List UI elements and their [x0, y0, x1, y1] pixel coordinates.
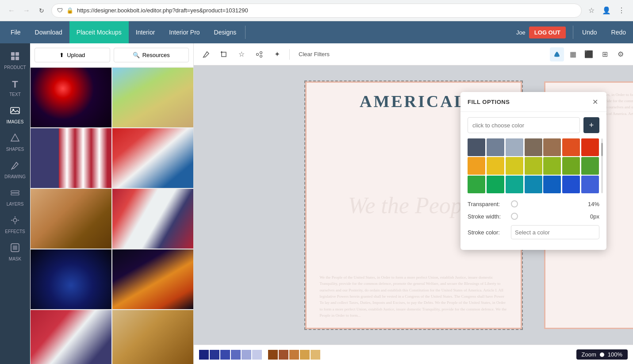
resources-icon: 🔍 — [133, 52, 140, 58]
color-strip-item[interactable] — [279, 350, 288, 360]
list-item[interactable] — [112, 67, 193, 128]
back-button[interactable]: ← — [5, 4, 18, 17]
color-swatch[interactable] — [581, 176, 599, 193]
stroke-width-radio[interactable] — [511, 213, 518, 220]
color-strip-item[interactable] — [300, 350, 310, 360]
color-strip-item[interactable] — [289, 350, 299, 360]
resources-button[interactable]: 🔍 Resources — [114, 48, 189, 62]
color-swatch[interactable] — [525, 157, 542, 175]
sidebar-item-effects[interactable]: EFFECTS — [0, 211, 30, 238]
text-icon: T — [12, 79, 18, 90]
color-swatch[interactable] — [506, 176, 523, 193]
color-swatch[interactable] — [487, 138, 504, 156]
canvas-bottom: Zoom 100% — [194, 345, 633, 364]
header-file[interactable]: File — [4, 21, 28, 43]
sidebar-item-shapes[interactable]: SHAPES — [0, 129, 30, 156]
list-item[interactable] — [30, 67, 112, 128]
color-swatch[interactable] — [487, 157, 504, 175]
list-item[interactable] — [112, 128, 193, 188]
fill-options-close[interactable]: ✕ — [591, 97, 599, 106]
sidebar-drawing-label: DRAWING — [4, 174, 26, 179]
header-placeit[interactable]: Placeit Mockups — [69, 21, 129, 43]
image-panel-inner — [30, 67, 193, 364]
transparent-radio[interactable] — [511, 200, 518, 207]
layout-tool[interactable]: ⊞ — [598, 47, 612, 61]
header-designs[interactable]: Designs — [207, 21, 244, 43]
list-item[interactable] — [30, 310, 112, 364]
sidebar-item-drawing[interactable]: DRAWING — [0, 156, 30, 184]
header-undo[interactable]: Undo — [575, 21, 604, 43]
color-swatch[interactable] — [562, 157, 580, 175]
stroke-color-input[interactable] — [511, 225, 599, 239]
sidebar-item-layers[interactable]: LAYERS — [0, 184, 30, 211]
color-strip-item[interactable] — [210, 350, 219, 360]
color-swatch[interactable] — [562, 138, 580, 156]
zoom-dot[interactable] — [600, 353, 604, 357]
swatch-scrollbar[interactable] — [601, 138, 603, 193]
svg-rect-3 — [15, 57, 19, 60]
sidebar: PRODUCT T TEXT IMAGES SHAPES — [0, 43, 30, 364]
copy-tool[interactable]: ⬛ — [582, 47, 596, 61]
color-swatch[interactable] — [468, 157, 485, 175]
settings-tool[interactable]: ⚙ — [614, 47, 628, 61]
header-redo[interactable]: Redo — [604, 21, 633, 43]
color-swatch[interactable] — [468, 176, 485, 193]
color-strip-item[interactable] — [220, 350, 230, 360]
list-item[interactable] — [112, 310, 193, 364]
clear-filters-button[interactable]: Clear Filters — [295, 49, 333, 59]
bookmark-button[interactable]: ☆ — [585, 4, 598, 17]
color-swatch[interactable] — [525, 176, 542, 193]
canvas-content[interactable]: AMERICAl We the People We the People of … — [194, 65, 633, 345]
color-strip-item[interactable] — [252, 350, 262, 360]
color-add-button[interactable]: + — [583, 117, 599, 133]
list-item[interactable] — [112, 188, 193, 249]
color-swatch[interactable] — [543, 138, 561, 156]
color-swatch[interactable] — [543, 157, 561, 175]
color-strip-item[interactable] — [268, 350, 278, 360]
color-swatch[interactable] — [487, 176, 504, 193]
grid-tool[interactable]: ▦ — [566, 47, 580, 61]
color-strip-item[interactable] — [242, 350, 251, 360]
magic-tool[interactable]: ✦ — [270, 47, 284, 61]
color-strip-item[interactable] — [311, 350, 320, 360]
filter-tool[interactable] — [252, 47, 266, 61]
color-strip-item[interactable] — [231, 350, 241, 360]
crop-tool[interactable] — [217, 47, 231, 61]
color-swatch[interactable] — [562, 176, 580, 193]
pencil-tool[interactable] — [199, 47, 213, 61]
list-item[interactable] — [30, 128, 112, 188]
forward-button[interactable]: → — [20, 4, 33, 17]
menu-button[interactable]: ⋮ — [615, 4, 628, 17]
color-strip-item[interactable] — [199, 350, 209, 360]
sidebar-shapes-label: SHAPES — [6, 147, 24, 152]
color-swatch[interactable] — [581, 138, 599, 156]
star-tool[interactable]: ☆ — [234, 47, 249, 61]
list-item[interactable] — [30, 188, 112, 249]
address-bar[interactable]: 🛡 🔒 https://designer.bookbolt.io/editor.… — [51, 4, 582, 18]
sidebar-item-text[interactable]: T TEXT — [0, 74, 30, 101]
sidebar-item-images[interactable]: IMAGES — [0, 101, 30, 129]
color-swatch[interactable] — [506, 157, 523, 175]
stroke-width-label: Stroke width: — [468, 213, 507, 220]
header-download[interactable]: Download — [28, 21, 69, 43]
list-item[interactable] — [112, 249, 193, 310]
header-interior-pro[interactable]: Interior Pro — [162, 21, 207, 43]
color-swatch[interactable] — [525, 138, 542, 156]
logout-button[interactable]: LOG OUT — [529, 27, 566, 38]
color-swatch[interactable] — [506, 138, 523, 156]
sidebar-item-product[interactable]: PRODUCT — [0, 47, 30, 74]
fill-tool[interactable] — [550, 47, 564, 61]
reload-button[interactable]: ↻ — [35, 4, 48, 17]
color-text-input[interactable] — [468, 117, 580, 133]
upload-button[interactable]: ⬆ Upload — [35, 48, 110, 62]
color-swatch[interactable] — [468, 138, 485, 156]
color-swatch[interactable] — [581, 157, 599, 175]
effects-icon — [10, 215, 20, 227]
list-item[interactable] — [30, 249, 112, 310]
sidebar-item-mask[interactable]: MASK — [0, 238, 30, 266]
color-swatch[interactable] — [543, 176, 561, 193]
profile-button[interactable]: 👤 — [600, 4, 613, 17]
header-interior[interactable]: Interior — [129, 21, 162, 43]
sidebar-images-label: IMAGES — [7, 119, 24, 124]
resources-label: Resources — [142, 52, 170, 58]
